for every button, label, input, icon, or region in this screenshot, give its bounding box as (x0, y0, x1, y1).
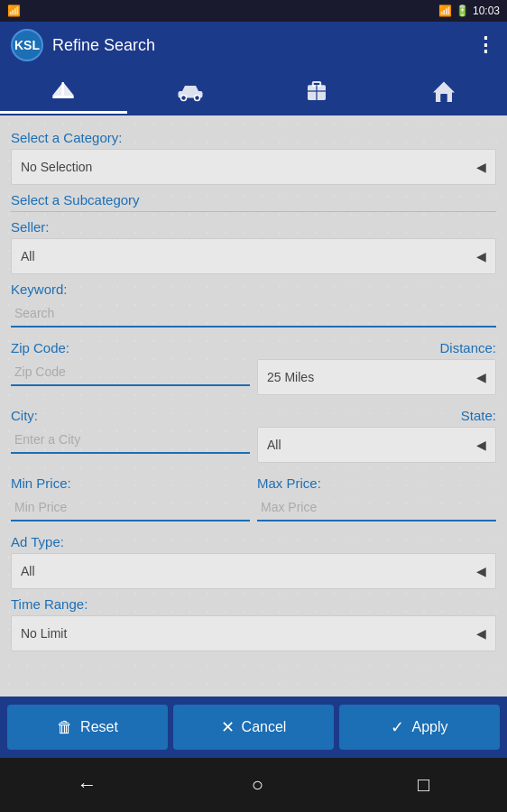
tab-luggage[interactable] (254, 69, 381, 114)
content-area: Select a Category: No Selection ◀ Select… (0, 115, 507, 697)
distance-chevron-icon: ◀ (476, 370, 486, 384)
svg-point-4 (180, 96, 186, 101)
subcategory-divider (11, 211, 496, 212)
tab-car[interactable] (127, 69, 254, 114)
tab-home[interactable] (381, 69, 508, 114)
adtype-chevron-icon: ◀ (476, 564, 486, 578)
timerange-label: Time Range: (11, 596, 496, 612)
battery-icon: 🔋 (456, 5, 469, 17)
seller-chevron-icon: ◀ (476, 249, 486, 263)
apply-button[interactable]: ✓ Apply (339, 705, 500, 750)
category-label: Select a Category: (11, 130, 496, 145)
status-icons: 📶 (7, 5, 21, 17)
max-price-col: Max Price: (257, 468, 496, 527)
adtype-value: All (21, 564, 35, 578)
svg-rect-11 (440, 94, 447, 102)
seller-label: Seller: (11, 219, 496, 235)
state-value: All (267, 438, 281, 452)
status-bar: 📶 📶 🔋 10:03 (0, 0, 507, 22)
more-options-button[interactable]: ⋮ (475, 33, 496, 57)
seller-dropdown[interactable]: All ◀ (11, 238, 496, 274)
reset-icon: 🗑 (57, 718, 73, 737)
zip-distance-row: Zip Code: Distance: 25 Miles ◀ (11, 333, 496, 401)
timerange-dropdown[interactable]: No Limit ◀ (11, 615, 496, 651)
timerange-chevron-icon: ◀ (476, 626, 486, 641)
timerange-value: No Limit (21, 626, 67, 641)
home-icon (430, 78, 457, 105)
bottom-nav: ← ○ □ (0, 758, 507, 812)
home-button[interactable]: ○ (252, 773, 263, 797)
seller-value: All (21, 249, 35, 263)
city-col: City: (11, 401, 250, 468)
luggage-icon (303, 78, 330, 105)
distance-dropdown[interactable]: 25 Miles ◀ (257, 359, 496, 395)
cancel-button[interactable]: ✕ Cancel (173, 705, 334, 750)
state-chevron-icon: ◀ (476, 438, 486, 452)
header-title: Refine Search (52, 36, 155, 55)
distance-label: Distance: (257, 340, 496, 355)
apply-icon: ✓ (391, 717, 404, 737)
action-bar: 🗑 Reset ✕ Cancel ✓ Apply (0, 697, 507, 758)
svg-point-5 (194, 96, 199, 101)
zip-input[interactable] (11, 359, 250, 386)
category-chevron-icon: ◀ (476, 160, 486, 174)
logo: KSL (11, 29, 43, 61)
zip-label: Zip Code: (11, 340, 250, 355)
status-left: 📶 (7, 5, 21, 17)
max-price-label: Max Price: (257, 475, 496, 491)
adtype-dropdown[interactable]: All ◀ (11, 553, 496, 589)
city-input[interactable] (11, 427, 250, 454)
header-left: KSL Refine Search (11, 29, 155, 61)
boat-icon (50, 77, 77, 104)
svg-rect-1 (62, 82, 64, 96)
reset-button[interactable]: 🗑 Reset (7, 705, 168, 750)
wifi-icon: 📶 (438, 5, 452, 17)
distance-col: Distance: 25 Miles ◀ (257, 333, 496, 401)
state-label: State: (257, 408, 496, 423)
keyword-label: Keyword: (11, 281, 496, 297)
category-value: No Selection (21, 160, 92, 174)
distance-value: 25 Miles (267, 370, 314, 384)
price-row: Min Price: Max Price: (11, 468, 496, 527)
min-price-input[interactable] (11, 494, 250, 521)
clock: 10:03 (473, 5, 500, 17)
adtype-label: Ad Type: (11, 534, 496, 549)
subcategory-label: Select a Subcategory (11, 192, 496, 208)
recent-button[interactable]: □ (418, 773, 429, 797)
category-dropdown[interactable]: No Selection ◀ (11, 149, 496, 185)
car-icon (177, 78, 204, 105)
back-button[interactable]: ← (78, 773, 97, 797)
svg-rect-2 (52, 96, 74, 98)
city-state-row: City: State: All ◀ (11, 401, 496, 468)
state-col: State: All ◀ (257, 401, 496, 468)
max-price-input[interactable] (257, 494, 496, 521)
zip-col: Zip Code: (11, 333, 250, 401)
state-dropdown[interactable]: All ◀ (257, 427, 496, 463)
keyword-input[interactable] (11, 300, 496, 328)
tab-boat[interactable] (0, 69, 127, 114)
min-price-col: Min Price: (11, 468, 250, 527)
status-right: 📶 🔋 10:03 (438, 5, 500, 17)
city-label: City: (11, 408, 250, 423)
tab-bar (0, 69, 507, 115)
min-price-label: Min Price: (11, 475, 250, 491)
cancel-icon: ✕ (221, 717, 235, 737)
header: KSL Refine Search ⋮ (0, 22, 507, 69)
